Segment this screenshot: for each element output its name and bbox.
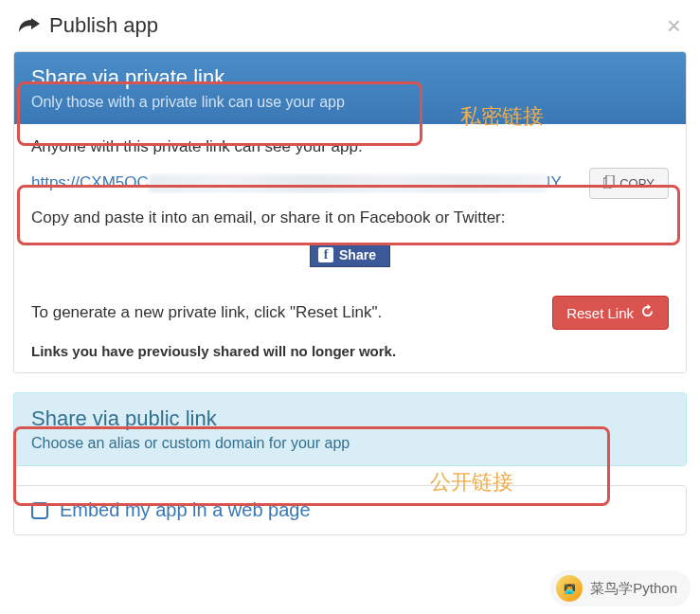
fb-share-row: f Share xyxy=(31,243,669,267)
fb-share-label: Share xyxy=(339,247,376,262)
reset-warning: Links you have previously shared will no… xyxy=(31,343,669,359)
publish-app-modal: Publish app × Share via private link Onl… xyxy=(0,0,700,614)
annotation-private-label: 私密链接 xyxy=(460,102,544,131)
refresh-icon xyxy=(640,304,655,321)
reset-button-label: Reset Link xyxy=(566,305,634,321)
modal-header: Publish app × xyxy=(0,0,700,51)
annotation-public-label: 公开链接 xyxy=(430,468,513,497)
watermark: 👨‍💻 菜鸟学Python xyxy=(550,570,691,606)
annotation-box-public-heading xyxy=(13,426,610,506)
close-button[interactable]: × xyxy=(667,13,681,38)
reset-instruction: To generate a new private link, click "R… xyxy=(31,303,382,322)
share-arrow-icon xyxy=(19,15,40,37)
watermark-avatar-icon: 👨‍💻 xyxy=(556,575,583,602)
facebook-icon: f xyxy=(318,247,333,262)
watermark-text: 菜鸟学Python xyxy=(590,580,677,598)
private-panel-body: Anyone with this private link can see yo… xyxy=(14,124,686,372)
modal-title-wrap: Publish app xyxy=(19,13,158,38)
annotation-box-private-heading xyxy=(17,81,422,146)
facebook-share-button[interactable]: f Share xyxy=(310,243,390,267)
reset-link-button[interactable]: Reset Link xyxy=(552,296,669,330)
annotation-box-link-row xyxy=(17,185,680,245)
modal-title: Publish app xyxy=(49,13,158,38)
reset-row: To generate a new private link, click "R… xyxy=(31,296,669,330)
